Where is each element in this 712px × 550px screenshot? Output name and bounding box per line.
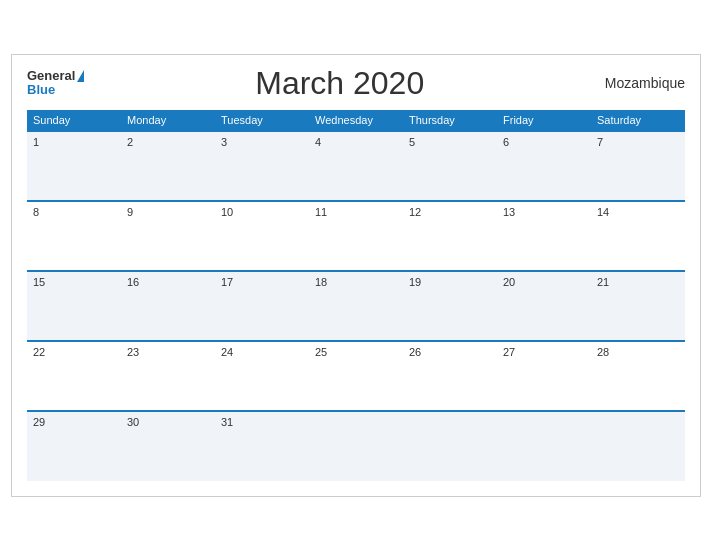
calendar-container: General Blue March 2020 Mozambique Sunda… bbox=[11, 54, 701, 497]
day-number: 20 bbox=[503, 276, 515, 288]
day-number: 24 bbox=[221, 346, 233, 358]
weekday-header-saturday: Saturday bbox=[591, 110, 685, 131]
calendar-day-cell: 8 bbox=[27, 201, 121, 271]
day-number: 26 bbox=[409, 346, 421, 358]
calendar-day-cell bbox=[591, 411, 685, 481]
day-number: 28 bbox=[597, 346, 609, 358]
calendar-week-row: 22232425262728 bbox=[27, 341, 685, 411]
calendar-day-cell: 20 bbox=[497, 271, 591, 341]
calendar-day-cell: 26 bbox=[403, 341, 497, 411]
day-number: 3 bbox=[221, 136, 227, 148]
calendar-day-cell: 5 bbox=[403, 131, 497, 201]
weekday-header-friday: Friday bbox=[497, 110, 591, 131]
day-number: 12 bbox=[409, 206, 421, 218]
day-number: 25 bbox=[315, 346, 327, 358]
calendar-thead: SundayMondayTuesdayWednesdayThursdayFrid… bbox=[27, 110, 685, 131]
calendar-day-cell: 2 bbox=[121, 131, 215, 201]
calendar-title: March 2020 bbox=[84, 65, 595, 102]
day-number: 9 bbox=[127, 206, 133, 218]
calendar-day-cell: 24 bbox=[215, 341, 309, 411]
calendar-day-cell: 19 bbox=[403, 271, 497, 341]
day-number: 6 bbox=[503, 136, 509, 148]
day-number: 5 bbox=[409, 136, 415, 148]
calendar-day-cell: 22 bbox=[27, 341, 121, 411]
calendar-day-cell bbox=[403, 411, 497, 481]
calendar-day-cell bbox=[309, 411, 403, 481]
calendar-day-cell: 7 bbox=[591, 131, 685, 201]
weekday-header-row: SundayMondayTuesdayWednesdayThursdayFrid… bbox=[27, 110, 685, 131]
calendar-day-cell: 30 bbox=[121, 411, 215, 481]
day-number: 27 bbox=[503, 346, 515, 358]
calendar-week-row: 891011121314 bbox=[27, 201, 685, 271]
day-number: 1 bbox=[33, 136, 39, 148]
calendar-day-cell: 18 bbox=[309, 271, 403, 341]
day-number: 10 bbox=[221, 206, 233, 218]
logo-blue-text: Blue bbox=[27, 83, 55, 97]
calendar-day-cell: 23 bbox=[121, 341, 215, 411]
calendar-day-cell: 10 bbox=[215, 201, 309, 271]
calendar-header: General Blue March 2020 Mozambique bbox=[27, 65, 685, 102]
day-number: 7 bbox=[597, 136, 603, 148]
calendar-week-row: 293031 bbox=[27, 411, 685, 481]
calendar-day-cell: 1 bbox=[27, 131, 121, 201]
day-number: 11 bbox=[315, 206, 327, 218]
calendar-day-cell: 25 bbox=[309, 341, 403, 411]
calendar-day-cell: 3 bbox=[215, 131, 309, 201]
day-number: 23 bbox=[127, 346, 139, 358]
calendar-day-cell: 27 bbox=[497, 341, 591, 411]
day-number: 2 bbox=[127, 136, 133, 148]
weekday-header-sunday: Sunday bbox=[27, 110, 121, 131]
day-number: 30 bbox=[127, 416, 139, 428]
calendar-day-cell: 12 bbox=[403, 201, 497, 271]
calendar-day-cell: 13 bbox=[497, 201, 591, 271]
calendar-day-cell: 6 bbox=[497, 131, 591, 201]
calendar-day-cell: 11 bbox=[309, 201, 403, 271]
weekday-header-tuesday: Tuesday bbox=[215, 110, 309, 131]
weekday-header-wednesday: Wednesday bbox=[309, 110, 403, 131]
calendar-day-cell: 9 bbox=[121, 201, 215, 271]
logo: General Blue bbox=[27, 69, 84, 98]
day-number: 4 bbox=[315, 136, 321, 148]
calendar-day-cell: 17 bbox=[215, 271, 309, 341]
weekday-header-thursday: Thursday bbox=[403, 110, 497, 131]
calendar-day-cell: 29 bbox=[27, 411, 121, 481]
day-number: 29 bbox=[33, 416, 45, 428]
day-number: 15 bbox=[33, 276, 45, 288]
calendar-day-cell: 28 bbox=[591, 341, 685, 411]
day-number: 18 bbox=[315, 276, 327, 288]
calendar-day-cell: 15 bbox=[27, 271, 121, 341]
calendar-day-cell: 21 bbox=[591, 271, 685, 341]
calendar-country: Mozambique bbox=[595, 75, 685, 91]
calendar-day-cell bbox=[497, 411, 591, 481]
calendar-week-row: 1234567 bbox=[27, 131, 685, 201]
day-number: 31 bbox=[221, 416, 233, 428]
day-number: 13 bbox=[503, 206, 515, 218]
logo-general-text: General bbox=[27, 69, 75, 83]
calendar-day-cell: 4 bbox=[309, 131, 403, 201]
day-number: 14 bbox=[597, 206, 609, 218]
calendar-body: 1234567891011121314151617181920212223242… bbox=[27, 131, 685, 481]
logo-triangle-icon bbox=[77, 70, 84, 82]
calendar-week-row: 15161718192021 bbox=[27, 271, 685, 341]
day-number: 22 bbox=[33, 346, 45, 358]
day-number: 21 bbox=[597, 276, 609, 288]
calendar-day-cell: 14 bbox=[591, 201, 685, 271]
day-number: 19 bbox=[409, 276, 421, 288]
day-number: 16 bbox=[127, 276, 139, 288]
calendar-table: SundayMondayTuesdayWednesdayThursdayFrid… bbox=[27, 110, 685, 481]
weekday-header-monday: Monday bbox=[121, 110, 215, 131]
day-number: 17 bbox=[221, 276, 233, 288]
calendar-day-cell: 16 bbox=[121, 271, 215, 341]
day-number: 8 bbox=[33, 206, 39, 218]
calendar-day-cell: 31 bbox=[215, 411, 309, 481]
